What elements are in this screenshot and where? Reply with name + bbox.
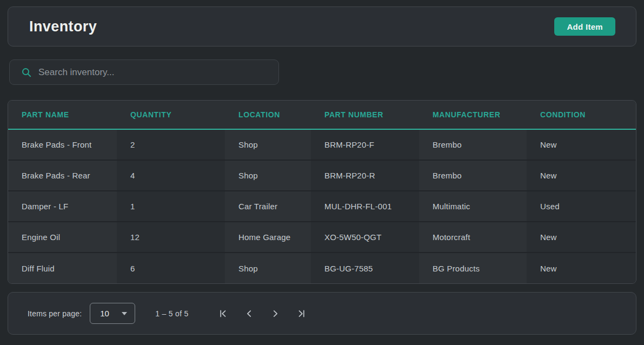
table-row: Brake Pads - Front2ShopBRM-RP20-FBremboN… bbox=[8, 129, 636, 160]
column-header: PART NAME bbox=[8, 101, 117, 129]
header-bar: Inventory Add Item bbox=[8, 6, 636, 47]
pagination-bar: Items per page: 10 1 – 5 of 5 bbox=[8, 292, 636, 335]
table-cell: 4 bbox=[117, 160, 225, 191]
table-cell: New bbox=[527, 129, 636, 160]
table-cell: Motorcraft bbox=[419, 222, 527, 253]
chevron-right-icon bbox=[271, 309, 280, 318]
last-page-icon bbox=[297, 309, 306, 318]
table-cell: Used bbox=[527, 191, 636, 222]
previous-page-button[interactable] bbox=[236, 303, 262, 324]
items-per-page-label: Items per page: bbox=[28, 309, 82, 318]
table-cell: BRM-RP20-F bbox=[311, 129, 419, 160]
table-cell: Brembo bbox=[419, 160, 527, 191]
items-per-page-value: 10 bbox=[100, 309, 109, 318]
table-row: Damper - LF1Car TrailerMUL-DHR-FL-001Mul… bbox=[8, 191, 636, 222]
column-header: LOCATION bbox=[225, 101, 311, 129]
table-row: Engine Oil12Home GarageXO-5W50-QGTMotorc… bbox=[8, 222, 636, 253]
page-range-label: 1 – 5 of 5 bbox=[155, 309, 188, 318]
table-row: Diff Fluid6ShopBG-UG-7585BG ProductsNew bbox=[8, 253, 636, 283]
items-per-page-select[interactable]: 10 bbox=[90, 303, 135, 324]
table-header-row: PART NAMEQUANTITYLOCATIONPART NUMBERMANU… bbox=[8, 101, 636, 129]
table-cell: Home Garage bbox=[225, 222, 311, 253]
table-cell: Brake Pads - Rear bbox=[8, 160, 117, 191]
table-cell: XO-5W50-QGT bbox=[311, 222, 419, 253]
add-item-button[interactable]: Add Item bbox=[554, 17, 615, 36]
table-cell: 2 bbox=[117, 129, 225, 160]
search-icon bbox=[22, 68, 31, 77]
table-cell: Engine Oil bbox=[8, 222, 117, 253]
search-box[interactable] bbox=[9, 59, 279, 85]
pager-controls bbox=[210, 303, 314, 324]
column-header: MANUFACTURER bbox=[419, 101, 527, 129]
table-cell: Shop bbox=[225, 129, 311, 160]
first-page-icon bbox=[219, 309, 228, 318]
column-header: QUANTITY bbox=[117, 101, 225, 129]
table-cell: Multimatic bbox=[419, 191, 527, 222]
table-cell: BRM-RP20-R bbox=[311, 160, 419, 191]
table-cell: New bbox=[527, 253, 636, 283]
table-cell: Shop bbox=[225, 253, 311, 283]
table-cell: New bbox=[527, 222, 636, 253]
inventory-table: PART NAMEQUANTITYLOCATIONPART NUMBERMANU… bbox=[8, 100, 636, 284]
table-cell: 1 bbox=[117, 191, 225, 222]
search-input[interactable] bbox=[38, 67, 270, 78]
table-cell: MUL-DHR-FL-001 bbox=[311, 191, 419, 222]
table-cell: Shop bbox=[225, 160, 311, 191]
chevron-down-icon bbox=[122, 312, 127, 315]
column-header: CONDITION bbox=[527, 101, 636, 129]
table-cell: BG-UG-7585 bbox=[311, 253, 419, 283]
table-cell: 6 bbox=[117, 253, 225, 283]
first-page-button[interactable] bbox=[210, 303, 236, 324]
last-page-button[interactable] bbox=[288, 303, 314, 324]
table-cell: Brembo bbox=[419, 129, 527, 160]
table-cell: Diff Fluid bbox=[8, 253, 117, 283]
column-header: PART NUMBER bbox=[311, 101, 419, 129]
table-cell: Brake Pads - Front bbox=[8, 129, 117, 160]
table-cell: BG Products bbox=[419, 253, 527, 283]
chevron-left-icon bbox=[245, 309, 254, 318]
page-title: Inventory bbox=[29, 18, 97, 35]
table-cell: 12 bbox=[117, 222, 225, 253]
next-page-button[interactable] bbox=[262, 303, 288, 324]
table-cell: Damper - LF bbox=[8, 191, 117, 222]
table-row: Brake Pads - Rear4ShopBRM-RP20-RBremboNe… bbox=[8, 160, 636, 191]
table-cell: New bbox=[527, 160, 636, 191]
table-cell: Car Trailer bbox=[225, 191, 311, 222]
